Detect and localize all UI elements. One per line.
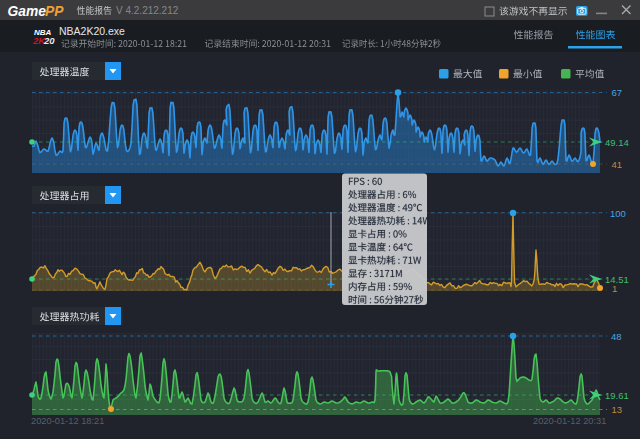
svg-text:PP: PP (45, 4, 64, 19)
svg-text:NBA2K20.exe: NBA2K20.exe (59, 25, 125, 37)
svg-text:2020-01-12 20:31: 2020-01-12 20:31 (533, 416, 606, 426)
svg-text:20: 20 (43, 35, 55, 46)
svg-text:1: 1 (612, 283, 617, 294)
svg-text:19.61: 19.61 (605, 390, 629, 401)
svg-text:V 4.2.212.212: V 4.2.212.212 (116, 5, 179, 16)
svg-text:67: 67 (612, 87, 623, 98)
svg-text:13: 13 (612, 404, 623, 415)
svg-text:2020-01-12 18:21: 2020-01-12 18:21 (31, 416, 104, 426)
svg-text:Game: Game (8, 4, 47, 19)
svg-text:48: 48 (611, 331, 622, 342)
svg-text:100: 100 (610, 208, 626, 219)
svg-text:49.14: 49.14 (605, 137, 629, 148)
svg-text:41: 41 (612, 159, 623, 170)
